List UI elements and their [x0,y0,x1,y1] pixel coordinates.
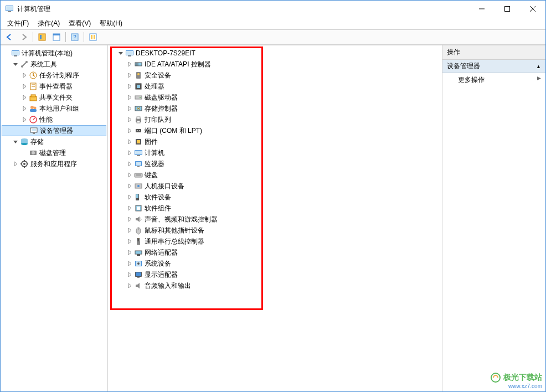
refresh-button[interactable] [86,31,100,43]
tree-item-label: DESKTOP-7S29EIT [136,49,195,57]
tree-item[interactable]: 存储控制器 [116,103,441,114]
tree-item[interactable]: 本地用户和组 [2,103,106,114]
tree-item[interactable]: 任务计划程序 [2,70,106,81]
tree-item[interactable]: 性能 [2,114,106,125]
tree-item[interactable]: 软件设备 [116,192,441,203]
expand-icon[interactable] [126,238,133,245]
expand-icon[interactable] [126,105,133,112]
expand-icon[interactable] [12,160,19,168]
menu-view[interactable]: 查看(V) [64,18,95,29]
device-icon [29,126,38,135]
expand-icon[interactable] [126,215,133,223]
collapse-icon[interactable] [117,49,125,57]
tree-item[interactable]: 音频输入和输出 [116,280,441,291]
tree-item[interactable]: 打印队列 [116,114,441,125]
spacer-icon [21,127,29,135]
tree-item[interactable]: 系统设备 [116,258,441,269]
properties-button[interactable] [50,31,63,43]
tree-item[interactable]: 通用串行总线控制器 [116,236,441,247]
expand-icon[interactable] [126,226,133,234]
tree-item[interactable]: 磁盘驱动器 [116,92,441,103]
left-tree-pane[interactable]: 计算机管理(本地)系统工具任务计划程序事件查看器共享文件夹本地用户和组性能设备管… [1,45,108,391]
toolbar: ? [1,29,545,45]
expand-icon[interactable] [20,82,28,90]
tree-item[interactable]: 网络适配器 [116,247,441,258]
users-icon [29,104,38,113]
tree-item[interactable]: 共享文件夹 [2,92,106,103]
actions-section[interactable]: 设备管理器 ▲ [442,60,545,73]
menu-help[interactable]: 帮助(H) [95,18,127,29]
expand-icon[interactable] [126,271,133,278]
tree-item[interactable]: DESKTOP-7S29EIT [116,48,441,59]
computer-mgmt-icon [11,49,20,58]
expand-icon[interactable] [126,260,133,267]
tree-item[interactable]: 磁盘管理 [2,147,106,158]
expand-icon[interactable] [126,94,133,101]
expand-icon[interactable] [126,249,133,256]
expand-icon[interactable] [20,116,28,123]
menu-action[interactable]: 操作(A) [33,18,64,29]
toolbar-separator [33,32,33,42]
device-tree-pane[interactable]: DESKTOP-7S29EITIDE ATA/ATAPI 控制器安全设备处理器磁… [108,45,442,391]
hid-icon [134,182,143,190]
help-button[interactable]: ? [68,31,81,43]
expand-icon[interactable] [126,116,133,123]
tree-item[interactable]: 人机接口设备 [116,180,441,192]
expand-icon[interactable] [20,105,28,112]
app-window: 计算机管理 文件(F) 操作(A) 查看(V) 帮助(H) ? 计算机管理(本地… [0,0,546,392]
tree-item[interactable]: 事件查看器 [2,81,106,92]
svg-rect-1 [6,6,13,11]
tree-item[interactable]: 键盘 [116,169,441,180]
tree-item[interactable]: 计算机管理(本地) [2,48,106,59]
cpu-icon [134,82,143,91]
show-hide-tree-button[interactable] [35,31,49,43]
expand-icon[interactable] [126,282,133,290]
tree-item[interactable]: 服务和应用程序 [2,158,106,169]
more-actions-item[interactable]: 更多操作 ▶ [442,73,545,87]
tree-item[interactable]: IDE ATA/ATAPI 控制器 [116,59,441,70]
tree-item[interactable]: 声音、视频和游戏控制器 [116,214,441,225]
back-button[interactable] [3,31,16,43]
tree-item[interactable]: 存储 [2,136,106,147]
tree-item[interactable]: 安全设备 [116,70,441,81]
tree-item[interactable]: 系统工具 [2,59,106,70]
svg-rect-61 [137,140,140,143]
tree-item-label: 性能 [39,115,53,125]
expand-icon[interactable] [126,127,133,135]
svg-point-36 [21,143,28,145]
expand-icon[interactable] [126,182,133,190]
tree-item[interactable]: 监视器 [116,158,441,169]
tree-item[interactable]: 固件 [116,136,441,147]
expand-icon[interactable] [126,193,133,201]
close-button[interactable] [520,1,545,17]
expand-icon[interactable] [126,138,133,146]
maximize-button[interactable] [495,1,520,17]
tree-item[interactable]: 处理器 [116,81,441,92]
collapse-icon[interactable] [12,60,19,68]
tree-item[interactable]: 设备管理器 [2,125,106,136]
menu-file[interactable]: 文件(F) [3,18,33,29]
tree-item[interactable]: 端口 (COM 和 LPT) [116,125,441,136]
tree-item[interactable]: 计算机 [116,147,441,158]
svg-rect-56 [137,121,140,123]
tree-item[interactable]: 软件组件 [116,203,441,214]
expand-icon[interactable] [20,94,28,101]
expand-icon[interactable] [126,160,133,168]
tree-item[interactable]: 显示适配器 [116,269,441,280]
forward-button[interactable] [17,31,30,43]
collapse-icon[interactable] [12,138,19,146]
expand-icon[interactable] [126,171,133,179]
expand-icon[interactable] [20,71,28,79]
system-dev-icon [134,259,143,268]
expand-icon[interactable] [126,204,133,212]
share-icon [29,93,38,102]
minimize-button[interactable] [469,1,495,17]
expand-icon[interactable] [126,82,133,90]
expand-icon[interactable] [126,71,133,79]
expand-icon[interactable] [126,149,133,157]
tree-item-label: 磁盘驱动器 [145,93,178,102]
tree-item[interactable]: 鼠标和其他指针设备 [116,225,441,236]
expand-icon[interactable] [126,60,133,68]
svg-rect-76 [137,207,140,210]
computer-icon [125,49,134,58]
